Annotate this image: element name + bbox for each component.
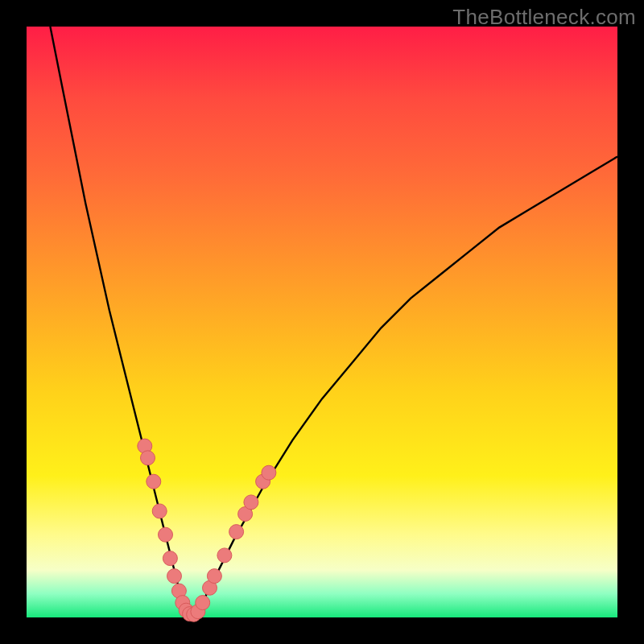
watermark-text: TheBottleneck.com: [452, 5, 636, 30]
curve-marker: [159, 527, 173, 542]
chart-frame: TheBottleneck.com: [0, 0, 644, 644]
chart-svg: [27, 27, 617, 617]
curve-marker: [217, 548, 232, 563]
bottleneck-curve: [50, 27, 617, 617]
curve-markers: [138, 439, 276, 621]
curve-marker: [196, 596, 210, 610]
curve-marker: [147, 474, 161, 489]
curve-marker: [167, 569, 182, 584]
curve-marker: [207, 569, 221, 584]
curve-marker: [229, 525, 244, 539]
plot-area: [27, 27, 617, 617]
curve-marker: [262, 465, 276, 480]
curve-marker: [152, 504, 167, 518]
curve-marker: [163, 551, 177, 566]
curve-marker: [141, 451, 155, 465]
curve-marker: [244, 495, 258, 510]
